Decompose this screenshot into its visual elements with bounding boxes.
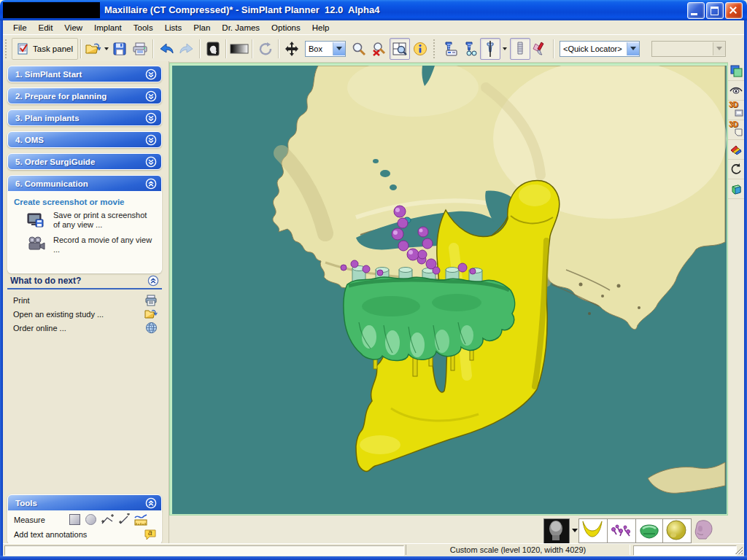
chevron-down-icon[interactable] xyxy=(145,90,157,102)
screenshot-item[interactable]: Save or print a screenshot of any view .… xyxy=(53,211,154,230)
what-next-divider xyxy=(7,288,162,289)
thumbnail-dropdown-arrow[interactable] xyxy=(572,529,578,532)
open-study-icon xyxy=(144,308,158,320)
denture-thumbnail[interactable] xyxy=(635,518,665,543)
angle-measure-icon[interactable] xyxy=(101,513,115,526)
printer-icon xyxy=(144,295,158,306)
zoom-button[interactable] xyxy=(349,38,369,60)
3d-view[interactable] xyxy=(172,66,727,514)
head-contrast-button[interactable] xyxy=(203,38,223,60)
info-button[interactable] xyxy=(410,38,430,60)
view-toolbar: 3D 3D xyxy=(728,61,744,543)
circle-measure-icon[interactable] xyxy=(85,513,97,526)
soft-tissue-thumbnail[interactable] xyxy=(690,518,718,542)
record-movie-item[interactable]: Record a movie of any view ... xyxy=(53,236,154,254)
chevron-up-icon[interactable] xyxy=(147,275,159,287)
menu-dr-james[interactable]: Dr. James xyxy=(216,22,266,34)
task-panel-label: Task panel xyxy=(33,44,73,53)
chevron-down-icon[interactable] xyxy=(145,69,157,80)
chevron-up-icon[interactable] xyxy=(145,178,157,190)
implants-thumbnail[interactable] xyxy=(607,518,636,543)
screw-button[interactable] xyxy=(510,38,530,60)
print-item[interactable]: Print xyxy=(7,293,162,307)
open-button[interactable] xyxy=(84,38,109,60)
chevron-down-icon[interactable] xyxy=(145,156,157,168)
skull-thumbnail[interactable] xyxy=(662,518,692,543)
title-bar[interactable]: Maxillaire (CT Compressed)* - SimPlant P… xyxy=(0,0,747,20)
chevron-down-icon[interactable] xyxy=(145,112,157,124)
quick-locator-value: <Quick Locator> xyxy=(560,44,627,53)
redo-button[interactable] xyxy=(177,38,197,60)
xray-head-thumbnail[interactable] xyxy=(543,518,570,545)
mandible-thumbnail[interactable] xyxy=(578,518,608,543)
implant-axis-dropdown[interactable] xyxy=(503,47,507,50)
restore-button[interactable] xyxy=(706,2,724,19)
3d-save-icon[interactable]: 3D xyxy=(728,101,744,120)
close-button[interactable] xyxy=(725,2,743,19)
resize-grip[interactable] xyxy=(735,547,743,554)
chevron-down-icon[interactable] xyxy=(145,134,157,146)
minimize-button[interactable] xyxy=(687,2,705,19)
undo-button[interactable] xyxy=(156,38,177,60)
rect-measure-icon[interactable] xyxy=(69,513,81,526)
menu-view[interactable]: View xyxy=(58,22,88,34)
refresh-icon[interactable] xyxy=(728,160,744,179)
rotate-button[interactable] xyxy=(255,38,276,60)
tools-panel-label: Tools xyxy=(15,499,37,508)
text-annotation-icon[interactable]: a xyxy=(144,529,157,540)
movie-camera-icon[interactable] xyxy=(27,236,46,253)
sidebar-panel-prepare[interactable]: 2. Prepare for planning xyxy=(7,88,162,104)
print-button[interactable] xyxy=(130,38,150,60)
sidebar-panel-communication[interactable]: 6. Communication xyxy=(7,175,162,192)
panel-label: 6. Communication xyxy=(15,179,88,188)
segmentation-layers-icon[interactable] xyxy=(728,140,744,160)
window-level-button[interactable] xyxy=(229,38,249,60)
abutment-button[interactable] xyxy=(530,38,551,60)
eye-icon[interactable] xyxy=(728,81,744,101)
open-existing-study-item[interactable]: Open an existing study ... xyxy=(7,307,162,321)
task-panel-button[interactable]: Task panel xyxy=(12,38,78,60)
view-mode-select[interactable]: Box xyxy=(305,41,346,57)
what-to-do-next-header[interactable]: What to do next? xyxy=(7,274,162,287)
sidebar-panel-plan-implants[interactable]: 3. Plan implants xyxy=(7,109,162,126)
curve-ruler-icon[interactable] xyxy=(134,513,148,526)
quick-locator-select[interactable]: <Quick Locator> xyxy=(560,41,640,57)
add-annotations-label[interactable]: Add text annotations xyxy=(14,530,87,539)
sidebar-panel-simplant-start[interactable]: 1. SimPlant Start xyxy=(7,66,162,82)
implant-list-button[interactable] xyxy=(439,38,460,60)
toolbar-grip[interactable] xyxy=(5,39,9,58)
menu-tools[interactable]: Tools xyxy=(128,22,159,34)
status-bar: Custom scale (level 1020, width 4029) xyxy=(3,543,744,556)
menu-help[interactable]: Help xyxy=(306,22,336,34)
menu-lists[interactable]: Lists xyxy=(159,22,188,34)
menu-edit[interactable]: Edit xyxy=(33,22,59,34)
order-online-item[interactable]: Order online ... xyxy=(7,321,162,335)
chevron-up-icon[interactable] xyxy=(145,497,157,509)
panel-label: 5. Order SurgiGuide xyxy=(15,158,95,166)
views-layout-icon[interactable] xyxy=(728,61,744,81)
tools-panel-content: Measure Add text annotations a xyxy=(7,510,162,545)
save-button[interactable] xyxy=(109,38,130,60)
menu-options[interactable]: Options xyxy=(266,22,306,34)
menu-bar: File Edit View Implant Tools Lists Plan … xyxy=(3,20,744,34)
zoom-remove-button[interactable] xyxy=(369,38,390,60)
thumbnail-strip xyxy=(169,516,728,543)
menu-implant[interactable]: Implant xyxy=(88,22,128,34)
menu-plan[interactable]: Plan xyxy=(187,22,216,34)
cube-icon[interactable] xyxy=(728,179,744,199)
menu-file[interactable]: File xyxy=(7,22,33,34)
pan-button[interactable] xyxy=(282,38,302,60)
quick-locator-arrow[interactable] xyxy=(627,42,639,55)
line-measure-icon[interactable] xyxy=(118,513,131,526)
screenshot-icon[interactable] xyxy=(27,212,46,230)
implant-axis-button[interactable] xyxy=(480,38,500,60)
view-mode-arrow[interactable] xyxy=(333,42,345,55)
sidebar-panel-oms[interactable]: 4. OMS xyxy=(7,131,162,148)
implant-view-button[interactable] xyxy=(460,38,480,60)
sidebar-panel-order-surgiguide[interactable]: 5. Order SurgiGuide xyxy=(7,153,162,170)
zoom-window-button[interactable] xyxy=(390,38,410,60)
3d-export-icon[interactable]: 3D xyxy=(728,120,744,140)
sidebar-panel-tools[interactable]: Tools xyxy=(7,494,162,511)
open-dropdown-arrow[interactable] xyxy=(104,47,109,50)
panel-label: 1. SimPlant Start xyxy=(15,70,82,79)
